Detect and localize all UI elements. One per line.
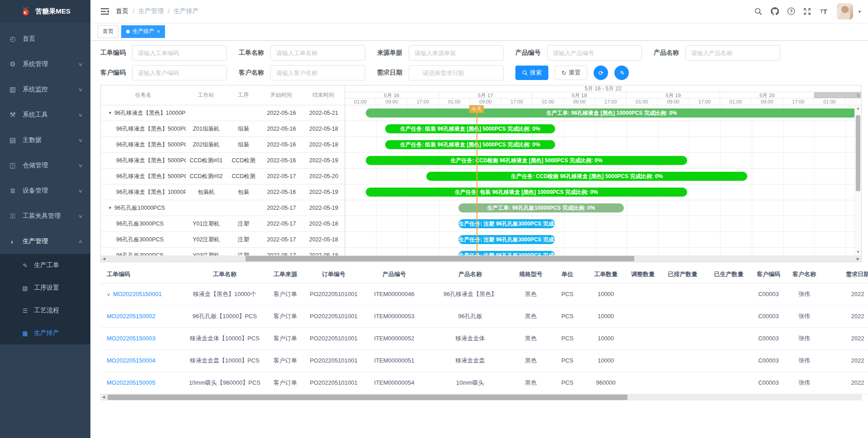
sidebar-item-主数据[interactable]: ▤主数据∨ bbox=[0, 127, 90, 153]
filter-input-来源单据[interactable] bbox=[409, 45, 504, 61]
sidebar-subitem-生产工单[interactable]: ✎生产工单 bbox=[0, 254, 90, 277]
gantt-task-station: Y01注塑机 bbox=[186, 220, 226, 228]
gantt-task-row[interactable]: ▼96孔移液盒【黑色】10000PCS2022-05-162022-05-21 bbox=[101, 105, 344, 121]
filter-input-产品编号[interactable] bbox=[547, 45, 642, 61]
scroll-left-icon[interactable]: ◀ bbox=[101, 257, 107, 261]
orders-cell bbox=[702, 349, 756, 372]
orders-cell: PO202205101001 bbox=[303, 372, 364, 394]
sidebar-subitem-生产排产[interactable]: ▦生产排产 bbox=[0, 322, 90, 344]
breadcrumb: 首页/生产管理/生产排产 bbox=[116, 7, 199, 15]
gantt-day-next-partial: 5 bbox=[814, 92, 861, 98]
sidebar-subitem-工艺流程[interactable]: ☰工艺流程 bbox=[0, 299, 90, 322]
gantt-bar[interactable]: 生产工单: 96孔移液盒 [黑色] 10000PCS 完成比例: 0% bbox=[366, 108, 858, 118]
gantt-task-row[interactable]: 96孔移液盒【黑色】5000PCSCCD检测#01CCD检测2022-05-16… bbox=[101, 153, 344, 169]
github-icon[interactable] bbox=[769, 5, 781, 17]
orders-row[interactable]: MO20220515000510mm吸头【960000】PCS客户订单PO202… bbox=[100, 372, 868, 394]
filter-input-工单编码[interactable] bbox=[132, 45, 227, 61]
sidebar-item-生产管理[interactable]: ◐生产管理∧ bbox=[0, 229, 90, 254]
search-icon[interactable] bbox=[753, 5, 764, 17]
orders-cell: 张伟 bbox=[781, 283, 827, 305]
orders-cell: 96孔孔板 bbox=[424, 305, 516, 327]
breadcrumb-item-首页[interactable]: 首页 bbox=[116, 7, 128, 15]
gantt-bar[interactable]: 生产任务: 注塑 96孔孔板3000PCS 完成比例: 0% bbox=[458, 251, 555, 255]
filter-input-需求日期[interactable] bbox=[409, 65, 504, 80]
filter-input-客户名称[interactable] bbox=[270, 65, 365, 80]
tab-首页[interactable]: 首页 bbox=[98, 25, 118, 38]
gantt-task-row[interactable]: 96孔孔板3000PCSY03注塑机注塑2022-05-172022-05-18 bbox=[101, 248, 344, 255]
avatar[interactable] bbox=[837, 3, 853, 19]
tab-生产排产[interactable]: 生产排产× bbox=[121, 25, 165, 38]
sidebar-item-工装夹具管理[interactable]: ⚿工装夹具管理∨ bbox=[0, 203, 90, 229]
orders-cell: 客户订单 bbox=[268, 349, 303, 372]
app-logo[interactable]: K 苦糖果MES bbox=[0, 0, 90, 23]
filter-客户名称: 客户名称 bbox=[239, 65, 365, 80]
gantt-vertical-scrollbar[interactable]: ▲ ▼ bbox=[854, 105, 861, 255]
work-order-link[interactable]: MO202205150003 bbox=[107, 335, 156, 342]
gantt-bar[interactable]: 生产任务: 组装 96孔移液盒 [黑色] 5000PCS 完成比例: 0% bbox=[385, 124, 555, 133]
gantt-bar[interactable]: 生产任务: CCD检测 96孔移液盒 [黑色] 5000PCS 完成比例: 0% bbox=[366, 156, 687, 165]
work-order-link[interactable]: MO202205150001 bbox=[113, 291, 162, 297]
gantt-panel: 任务名工作站工序开始时间结束时间 5月 16 - 5月 22 5月 165月 1… bbox=[100, 85, 862, 262]
sidebar-item-系统管理[interactable]: ⚙系统管理∨ bbox=[0, 52, 90, 77]
gantt-bar[interactable]: 生产任务: 注塑 96孔孔板3000PCS 完成比例: 0% bbox=[458, 219, 555, 228]
gantt-task-end: 2022-05-19 bbox=[302, 157, 345, 164]
orders-column-已生产数量: 已生产数量 bbox=[702, 266, 756, 283]
sidebar-collapse-icon[interactable] bbox=[100, 7, 109, 16]
gantt-task-row[interactable]: 96孔移液盒【黑色】10000PCS包装机包装2022-05-162022-05… bbox=[101, 184, 344, 200]
scrollbar-thumb[interactable] bbox=[245, 256, 634, 261]
scroll-right-icon[interactable]: ▶ bbox=[855, 257, 861, 261]
gantt-horizontal-scrollbar[interactable]: ◀ ▶ bbox=[101, 255, 861, 262]
gantt-task-row[interactable]: 96孔孔板3000PCSY02注塑机注塑2022-05-172022-05-18 bbox=[101, 232, 344, 248]
fullscreen-icon[interactable] bbox=[802, 5, 813, 17]
reset-button[interactable]: ↻ 重置 bbox=[555, 66, 587, 80]
breadcrumb-item-生产管理[interactable]: 生产管理 bbox=[138, 7, 164, 15]
edit-circle-button[interactable]: ✎ bbox=[614, 66, 629, 80]
breadcrumb-separator: / bbox=[168, 8, 170, 15]
font-size-icon[interactable]: TT bbox=[818, 5, 830, 17]
scroll-down-icon[interactable]: ▼ bbox=[855, 249, 861, 255]
gantt-bar[interactable]: 生产任务: 注塑 96孔孔板3000PCS 完成比例: 0% bbox=[458, 235, 555, 244]
gantt-task-row[interactable]: 96孔移液盒【黑色】5000PCSCCD检测#02CCD检测2022-05-17… bbox=[101, 169, 344, 184]
work-order-link[interactable]: MO202205150004 bbox=[107, 357, 156, 364]
close-icon[interactable]: × bbox=[157, 28, 160, 35]
sidebar-item-仓储管理[interactable]: ◫仓储管理∨ bbox=[0, 153, 90, 178]
gantt-bar[interactable]: 生产任务: 组装 96孔移液盒 [黑色] 5000PCS 完成比例: 0% bbox=[385, 140, 555, 149]
sidebar-item-系统监控[interactable]: ▥系统监控∨ bbox=[0, 77, 90, 102]
gantt-bar[interactable]: 生产工单: 96孔孔板10000PCS 完成比例: 0% bbox=[458, 203, 623, 212]
gantt-task-row[interactable]: 96孔移液盒【黑色】5000PCSZ01组装机组装2022-05-162022-… bbox=[101, 121, 344, 137]
work-order-link[interactable]: MO202205150005 bbox=[107, 379, 156, 386]
gantt-bar[interactable]: 生产任务: 包装 96孔移液盒 [黑色] 10000PCS 完成比例: 0% bbox=[366, 188, 687, 197]
filter-input-产品名称[interactable] bbox=[685, 45, 780, 61]
orders-row[interactable]: MO202205150004移液盒盒盖【10000】PCS客户订单PO20220… bbox=[100, 349, 868, 372]
gantt-bar[interactable]: 生产任务: CCD检测 96孔移液盒 [黑色] 5000PCS 完成比例: 0% bbox=[426, 172, 747, 181]
sidebar-item-系统工具[interactable]: ⚒系统工具∨ bbox=[0, 102, 90, 127]
avatar-caret-icon[interactable]: ▾ bbox=[859, 9, 861, 14]
sidebar-item-设备管理[interactable]: ≣设备管理∨ bbox=[0, 178, 90, 203]
collapse-caret-icon[interactable]: ▼ bbox=[108, 206, 112, 210]
gantt-task-row[interactable]: 96孔孔板3000PCSY01注塑机注塑2022-05-172022-05-18 bbox=[101, 216, 344, 232]
orders-row[interactable]: MO20220515000296孔孔板【10000】PCS客户订单PO20220… bbox=[100, 305, 868, 327]
scrollbar-thumb[interactable] bbox=[108, 395, 627, 400]
orders-horizontal-scrollbar[interactable]: ◀ bbox=[100, 394, 862, 400]
gantt-hour-tick: 17:00 bbox=[783, 99, 814, 105]
gantt-task-row[interactable]: 96孔移液盒【黑色】5000PCSZ02组装机组装2022-05-162022-… bbox=[101, 137, 344, 153]
scroll-up-icon[interactable]: ▲ bbox=[855, 105, 861, 112]
sidebar-subitem-工序设置[interactable]: ▧工序设置 bbox=[0, 277, 90, 299]
filter-input-工单名称[interactable] bbox=[270, 45, 365, 61]
chevron-down-icon: ∨ bbox=[78, 87, 83, 93]
refresh-circle-button[interactable]: ⟳ bbox=[594, 66, 608, 80]
gantt-chart-row: 生产工单: 96孔孔板10000PCS 完成比例: 0% bbox=[345, 200, 861, 216]
orders-row[interactable]: ∨MO202205150001移液盒【黑色】10000个客户订单PO202205… bbox=[100, 283, 868, 305]
filter-input-客户编码[interactable] bbox=[132, 65, 227, 80]
collapse-caret-icon[interactable]: ▼ bbox=[108, 111, 112, 115]
gantt-task-row[interactable]: ▼96孔孔板10000PCS2022-05-172022-05-19 bbox=[101, 200, 344, 216]
help-icon[interactable]: ? bbox=[785, 5, 797, 17]
work-order-link[interactable]: MO202205150002 bbox=[107, 313, 156, 320]
scrollbar-thumb[interactable] bbox=[856, 115, 860, 191]
orders-row[interactable]: MO202205150003移液盒盒体【10000】PCS客户订单PO20220… bbox=[100, 327, 868, 349]
search-button[interactable]: 搜索 bbox=[515, 66, 548, 80]
gantt-hour-tick: 01:00 bbox=[439, 99, 470, 105]
expand-caret-icon[interactable]: ∨ bbox=[107, 292, 110, 297]
sidebar-item-首页[interactable]: ◴首页 bbox=[0, 26, 90, 52]
scroll-left-icon[interactable]: ◀ bbox=[100, 395, 107, 399]
